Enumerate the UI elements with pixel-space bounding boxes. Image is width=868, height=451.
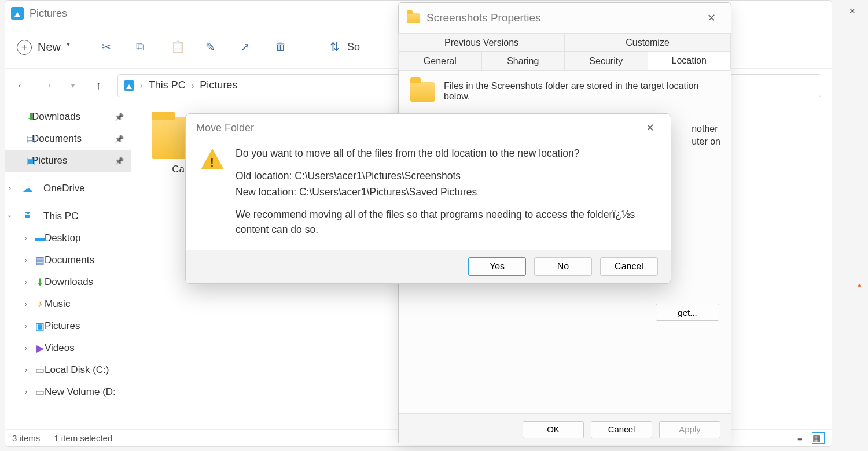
status-item-count: 3 items <box>12 433 40 443</box>
sidebar-item-downloads-quick[interactable]: ⬇ Downloads <box>5 106 131 128</box>
copy-icon: ⧉ <box>136 40 151 55</box>
sidebar-label: Downloads <box>32 111 80 123</box>
chevron-right-icon: › <box>25 344 27 352</box>
sidebar-label: Pictures <box>32 155 67 167</box>
dialog-cancel-button[interactable]: Cancel <box>600 257 658 276</box>
sidebar-label: Music <box>45 298 70 310</box>
share-button[interactable]: ↗ <box>240 40 255 55</box>
breadcrumb-current[interactable]: Pictures <box>200 79 237 91</box>
addr-pictures-icon <box>124 80 134 91</box>
sidebar-item-desktop[interactable]: › ▬ Desktop <box>5 227 131 249</box>
tab-security[interactable]: Security <box>564 51 648 70</box>
warning-icon <box>201 149 224 172</box>
sidebar-item-music[interactable]: › ♪ Music <box>5 293 131 315</box>
chevron-right-icon: › <box>25 388 27 396</box>
download-icon: ⬇ <box>25 111 36 123</box>
stray-dot <box>858 284 861 287</box>
document-icon: ▤ <box>25 133 36 145</box>
sidebar-label: Local Disk (C:) <box>45 364 109 376</box>
drive-icon: ▭ <box>34 386 46 398</box>
icons-view-button[interactable]: ▦ <box>812 432 825 444</box>
trash-icon: 🗑 <box>275 40 290 55</box>
rename-button[interactable]: ✎ <box>205 40 220 55</box>
tab-customize[interactable]: Customize <box>564 33 731 51</box>
properties-footer: OK Cancel Apply <box>399 413 731 445</box>
dialog-question: Do you want to move all of the files fro… <box>236 146 656 161</box>
sort-button[interactable]: ⇅ So <box>330 40 360 55</box>
sidebar-item-pictures-quick[interactable]: ▣ Pictures <box>5 150 131 172</box>
breadcrumb-thispc[interactable]: This PC <box>149 79 186 91</box>
sidebar-item-local-disk-c[interactable]: › ▭ Local Disk (C:) <box>5 359 131 381</box>
folder-label: Ca <box>172 164 185 175</box>
plus-icon: + <box>17 40 32 55</box>
breadcrumb-sep: › <box>192 81 194 90</box>
desktop-icon: ▬ <box>34 232 46 244</box>
properties-tabs: Previous Versions Customize General Shar… <box>399 33 731 71</box>
nav-sidebar: ⬇ Downloads ▤ Documents ▣ Pictures › ☁ O… <box>5 102 131 429</box>
chevron-right-icon: › <box>25 234 27 242</box>
forward-button[interactable]: → <box>41 79 54 92</box>
location-description: Files in the Screenshots folder are stor… <box>444 81 719 102</box>
tab-previous-versions[interactable]: Previous Versions <box>398 33 565 51</box>
back-button[interactable]: ← <box>16 79 28 92</box>
dialog-titlebar[interactable]: Move Folder ✕ <box>186 114 671 142</box>
sidebar-item-new-volume-d[interactable]: › ▭ New Volume (D: <box>5 381 131 403</box>
chevron-down-icon: › <box>6 215 14 217</box>
paste-button[interactable]: 📋 <box>171 40 186 55</box>
bg-close-button[interactable]: ✕ <box>836 0 868 22</box>
dialog-body: Do you want to move all of the files fro… <box>186 142 671 250</box>
copy-button[interactable]: ⧉ <box>136 40 151 55</box>
sort-label: So <box>347 41 360 53</box>
sidebar-label: OneDrive <box>43 183 85 194</box>
tab-location[interactable]: Location <box>648 51 731 70</box>
apply-button[interactable]: Apply <box>659 421 720 438</box>
properties-close-button[interactable]: ✕ <box>700 6 723 29</box>
sidebar-label: Desktop <box>45 232 80 244</box>
download-icon: ⬇ <box>34 276 46 288</box>
dialog-title-text: Move Folder <box>196 122 254 134</box>
dialog-new-location: New location: C:\Users\acer1\Pictures\Sa… <box>236 185 656 199</box>
breadcrumb-sep: › <box>140 81 143 90</box>
sidebar-item-videos[interactable]: › ▶ Videos <box>5 337 131 359</box>
delete-button[interactable]: 🗑 <box>275 40 290 55</box>
ok-button[interactable]: OK <box>523 421 584 438</box>
cloud-icon: ☁ <box>21 183 33 194</box>
chevron-right-icon: › <box>25 366 27 374</box>
sidebar-item-documents-quick[interactable]: ▤ Documents <box>5 128 131 150</box>
yes-button[interactable]: Yes <box>468 257 526 276</box>
sidebar-label: This PC <box>43 210 78 222</box>
details-view-button[interactable]: ≡ <box>797 432 810 444</box>
sidebar-item-downloads[interactable]: › ⬇ Downloads <box>5 271 131 293</box>
dialog-text: Do you want to move all of the files fro… <box>236 146 656 237</box>
sidebar-item-documents[interactable]: › ▤ Documents <box>5 249 131 271</box>
sidebar-item-thispc[interactable]: › 🖥 This PC <box>5 205 131 227</box>
pictures-icon: ▣ <box>34 320 46 332</box>
no-button[interactable]: No <box>534 257 592 276</box>
sidebar-label: Downloads <box>45 276 93 288</box>
pictures-icon: ▣ <box>25 155 36 167</box>
chevron-right-icon: › <box>25 322 27 330</box>
properties-titlebar[interactable]: Screenshots Properties ✕ <box>399 3 731 33</box>
chevron-right-icon: › <box>25 300 27 308</box>
tab-general[interactable]: General <box>398 51 482 70</box>
properties-title-text: Screenshots Properties <box>426 12 541 24</box>
dialog-old-location: Old location: C:\Users\acer1\Pictures\Sc… <box>236 169 656 183</box>
tab-sharing[interactable]: Sharing <box>481 51 565 70</box>
dialog-close-button[interactable]: ✕ <box>639 117 660 138</box>
sidebar-item-pictures[interactable]: › ▣ Pictures <box>5 315 131 337</box>
chevron-right-icon: › <box>25 278 27 286</box>
folder-icon <box>407 13 420 23</box>
rename-icon: ✎ <box>205 40 220 55</box>
sidebar-label: Videos <box>45 342 75 354</box>
find-target-button[interactable]: get... <box>656 304 719 321</box>
cancel-button[interactable]: Cancel <box>591 421 652 438</box>
chevron-right-icon: › <box>9 184 11 193</box>
drive-icon: ▭ <box>34 364 46 376</box>
up-button[interactable]: ↑ <box>92 79 105 92</box>
sidebar-item-onedrive[interactable]: › ☁ OneDrive <box>5 178 131 199</box>
cut-button[interactable]: ✂ <box>101 40 116 55</box>
recent-locations-button[interactable]: ▾ <box>67 82 79 90</box>
explorer-title-text: Pictures <box>30 8 67 20</box>
new-button[interactable]: + New ▾ <box>17 40 82 55</box>
music-icon: ♪ <box>34 298 46 310</box>
